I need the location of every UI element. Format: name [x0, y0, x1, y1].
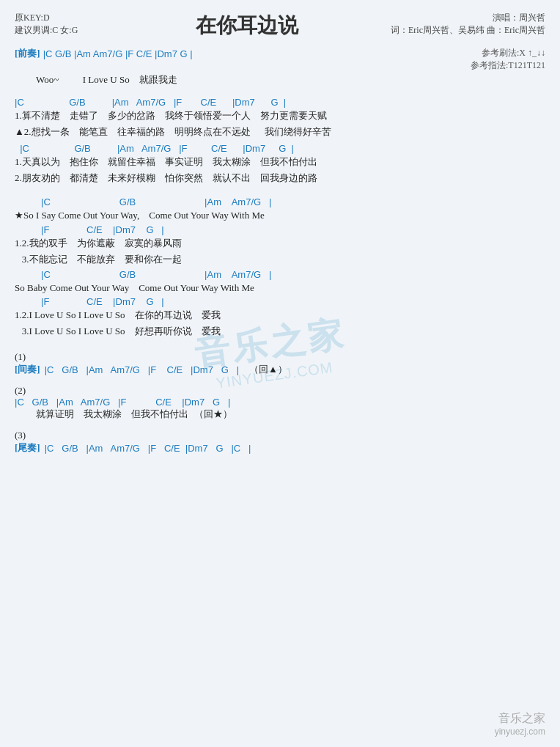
outro-section-label: [尾奏] [15, 441, 40, 455]
verse1-chord2: |C G/B |Am Am7/G |F C/E |Dm7 G | [15, 143, 545, 154]
outro-chords: |C G/B |Am Am7/G |F C/E |Dm7 G |C | [45, 443, 251, 454]
intro-chord-ref-row: [前奏] |C G/B |Am Am7/G |F C/E |Dm7 G | 参考… [15, 47, 545, 72]
chorus-lyricA: ★So I Say Come Out Your Way, Come Out Yo… [15, 207, 545, 224]
footer-logo: 音乐之家 [495, 711, 545, 726]
verse1-lyric2a: 1.天真以为 抱住你 就留住幸福 事实证明 我太糊涂 但我不怕付出 [15, 154, 545, 170]
header-area: 原KEY:D 建议男调:C 女:G 在你耳边说 演唱：周兴哲 词：Eric周兴哲… [15, 12, 545, 40]
footer: 音乐之家 yinyuezj.com [495, 711, 545, 737]
suggested-key: 建议男调:C 女:G [15, 24, 103, 37]
interlude2-lyric-row: 就算证明 我太糊涂 但我不怕付出 （回★） [15, 408, 545, 421]
interlude1-chords: |C G/B |Am Am7/G |F C/E |Dm7 G | [45, 364, 239, 375]
chorus-lyricB2: 3.不能忘记 不能放弃 要和你在一起 [15, 251, 545, 268]
footer-url: yinyuezj.com [495, 726, 545, 737]
chorus-chordD: |F C/E |Dm7 G | [15, 296, 545, 307]
chorus-lyricD2: 3.I Love U So I Love U So 好想再听你说 爱我 [15, 323, 545, 339]
finger-ref: 参考指法:T121T121 [471, 59, 545, 72]
verse1-lyric2b: 2.朋友劝的 都清楚 未来好模糊 怕你突然 就认不出 回我身边的路 [15, 170, 545, 186]
original-key: 原KEY:D [15, 12, 103, 24]
chorus-chordB: |F C/E |Dm7 G | [15, 224, 545, 235]
interlude1-section-label: [间奏] [15, 363, 40, 376]
outro-label: (3) [15, 430, 545, 441]
intro-label: [前奏] [15, 47, 40, 60]
intro-chords: |C G/B |Am Am7/G |F C/E |Dm7 G | [43, 48, 193, 59]
ref-info-area: 参考刷法:X ↑_↓↓ 参考指法:T121T121 [471, 47, 545, 72]
interlude2-section: (2) |C G/B |Am Am7/G |F C/E |Dm7 G | 就算证… [15, 385, 545, 421]
interlude2-label: (2) [15, 385, 545, 397]
lyricist: 词：Eric周兴哲、吴易纬 曲：Eric周兴哲 [391, 24, 545, 37]
performer: 演唱：周兴哲 [391, 12, 545, 24]
intro-chord-label-line: [前奏] |C G/B |Am Am7/G |F C/E |Dm7 G | [15, 47, 193, 60]
interlude1-label: (1) [15, 351, 545, 363]
outro-row: [尾奏] |C G/B |Am Am7/G |F C/E |Dm7 G |C | [15, 441, 545, 455]
interlude2-chords: |C G/B |Am Am7/G |F C/E |Dm7 G | [15, 397, 545, 408]
interlude2-lyric: 就算证明 我太糊涂 但我不怕付出 [15, 408, 188, 421]
verse1-chord1: |C G/B |Am Am7/G |F C/E |Dm7 G | [15, 97, 545, 108]
intro-section: [前奏] |C G/B |Am Am7/G |F C/E |Dm7 G | 参考… [15, 47, 545, 88]
chorus-chordA: |C G/B |Am Am7/G | [15, 196, 545, 207]
interlude1-note: （回▲） [249, 363, 287, 376]
chorus-lyricB1: 1.2.我的双手 为你遮蔽 寂寞的暴风雨 [15, 235, 545, 251]
strum-ref: 参考刷法:X ↑_↓↓ [471, 47, 545, 59]
chorus-section: |C G/B |Am Am7/G | ★So I Say Come Out Yo… [15, 196, 545, 339]
chorus-chordC: |C G/B |Am Am7/G | [15, 269, 545, 280]
interlude1-section: (1) [间奏] |C G/B |Am Am7/G |F C/E |Dm7 G … [15, 351, 545, 376]
song-title-area: 在你耳边说 [103, 12, 391, 40]
interlude2-note: （回★） [194, 408, 232, 421]
song-title: 在你耳边说 [103, 12, 391, 40]
verse1-section: |C G/B |Am Am7/G |F C/E |Dm7 G | 1.算不清楚 … [15, 97, 545, 186]
interlude1-row: [间奏] |C G/B |Am Am7/G |F C/E |Dm7 G | （回… [15, 363, 545, 376]
chorus-lyricC: So Baby Come Out Your Way Come Out Your … [15, 280, 545, 296]
intro-lyrics: Woo~ I Love U So 就跟我走 [15, 72, 545, 88]
key-info: 原KEY:D 建议男调:C 女:G [15, 12, 103, 37]
verse1-lyric1a: 1.算不清楚 走错了 多少的岔路 我终于领悟爱一个人 努力更需要天赋 [15, 108, 545, 124]
performer-area: 演唱：周兴哲 词：Eric周兴哲、吴易纬 曲：Eric周兴哲 [391, 12, 545, 37]
verse1-lyric1b: ▲2.想找一条 能笔直 往幸福的路 明明终点在不远处 我们绕得好辛苦 [15, 124, 545, 140]
page: 原KEY:D 建议男调:C 女:G 在你耳边说 演唱：周兴哲 词：Eric周兴哲… [0, 0, 560, 747]
outro-section: (3) [尾奏] |C G/B |Am Am7/G |F C/E |Dm7 G … [15, 430, 545, 455]
chorus-lyricD1: 1.2.I Love U So I Love U So 在你的耳边说 爱我 [15, 307, 545, 323]
